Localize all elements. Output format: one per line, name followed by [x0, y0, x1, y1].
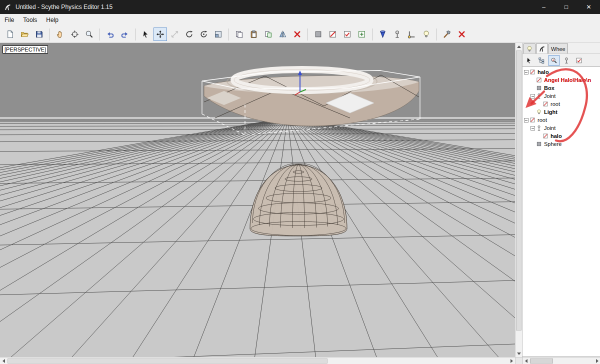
tree-node-halo[interactable]: halo [522, 68, 600, 76]
cursor-icon [526, 57, 532, 64]
open-button[interactable] [18, 28, 32, 41]
hierarchy-tool-button[interactable] [536, 55, 547, 66]
panel-scroll-left-button[interactable] [522, 358, 530, 364]
paste-button[interactable] [247, 28, 260, 41]
move-button[interactable] [154, 28, 167, 41]
joints-tool-button[interactable] [561, 55, 572, 66]
menu-item-tools[interactable]: Tools [18, 14, 42, 26]
redo-icon [120, 30, 129, 38]
delete-button[interactable] [290, 28, 304, 41]
tree-node-angel-halo-halo-n[interactable]: Angel Halo\Halo\n [522, 76, 600, 84]
clone-button[interactable] [262, 28, 275, 41]
expander-icon[interactable] [524, 70, 528, 74]
snap-button[interactable] [212, 28, 225, 41]
rotate-free-button[interactable] [182, 28, 196, 41]
panel-scrollbar-thumb[interactable] [530, 358, 553, 364]
viewport-canvas[interactable] [0, 43, 515, 357]
scroll-right-icon [596, 359, 598, 363]
window-title: Untitled - Scythe Physics Editor 1.15 [16, 4, 112, 10]
floppy-icon [35, 30, 44, 38]
add-joint-axis-button[interactable] [405, 28, 418, 41]
tree-node-label: Joint [544, 125, 556, 131]
focus-camera-button[interactable] [68, 28, 82, 41]
meshes-tool-button[interactable] [574, 55, 584, 66]
build-button[interactable] [440, 28, 454, 41]
expander-icon[interactable] [530, 94, 535, 98]
mirror-button[interactable] [276, 28, 290, 41]
remove-button[interactable] [455, 28, 468, 41]
tree-node-halo[interactable]: halo [522, 132, 600, 140]
scene-tree[interactable]: haloAngel Halo\Halo\nBoxJointrootLightro… [522, 66, 600, 357]
vertical-scrollbar-thumb[interactable] [516, 50, 522, 330]
add-joint-button[interactable] [390, 28, 404, 41]
zoom-icon [85, 30, 94, 38]
copy-button[interactable] [232, 28, 246, 41]
add-collision-button[interactable] [340, 28, 354, 41]
hand-icon [56, 30, 64, 38]
panel-tabs: Whee [522, 43, 600, 54]
horizontal-scrollbar-thumb[interactable] [8, 358, 328, 364]
tab-lights[interactable] [524, 44, 536, 54]
tree-node-joint[interactable]: Joint [522, 92, 600, 100]
viewport-3d[interactable]: [PERSPECTIVE] [0, 43, 515, 357]
scene-panel: Whee haloAngel Halo\Halo\nBoxJointrootLi… [522, 43, 600, 364]
square-icon [536, 85, 542, 91]
joint-icon [563, 57, 570, 64]
scroll-down-button[interactable] [516, 350, 522, 357]
add-light-button[interactable] [420, 28, 433, 41]
add-box-button[interactable] [312, 28, 325, 41]
snap-icon [214, 30, 222, 38]
cursor-icon [142, 30, 150, 38]
tree-node-root[interactable]: root [522, 116, 600, 124]
redo-button[interactable] [118, 28, 132, 41]
tree-node-label: Light [544, 109, 558, 115]
add-cone-button[interactable] [376, 28, 390, 41]
scroll-left-button[interactable] [0, 358, 7, 364]
menu-item-file[interactable]: File [0, 14, 18, 26]
viewport-mode-label: [PERSPECTIVE] [2, 46, 48, 54]
move-icon [156, 30, 164, 38]
save-button[interactable] [32, 28, 46, 41]
panel-horizontal-scrollbar[interactable] [522, 357, 600, 364]
square-check-icon [343, 30, 352, 38]
expander-icon[interactable] [530, 126, 535, 130]
tree-node-box[interactable]: Box [522, 84, 600, 92]
toolbar-separator [135, 28, 136, 40]
rotate-button[interactable] [197, 28, 210, 41]
toolbar-separator [50, 28, 50, 40]
wrenchmag-icon [550, 57, 558, 64]
app-icon [4, 4, 12, 11]
add-node-button[interactable] [355, 28, 368, 41]
menu-item-help[interactable]: Help [42, 14, 63, 26]
scrollbar-corner [515, 357, 522, 364]
square-red-icon [530, 69, 536, 75]
new-button[interactable] [4, 28, 17, 41]
minimize-button[interactable]: – [532, 0, 555, 14]
vertical-scrollbar[interactable] [515, 43, 522, 357]
scroll-up-icon [517, 46, 521, 48]
zoom-button[interactable] [82, 28, 96, 41]
tree-node-joint[interactable]: Joint [522, 124, 600, 132]
undo-button[interactable] [104, 28, 117, 41]
expander-icon[interactable] [524, 118, 528, 122]
add-mesh-button[interactable] [326, 28, 340, 41]
select-tool-button[interactable] [524, 55, 534, 66]
scroll-right-button[interactable] [508, 358, 515, 364]
tree-node-root[interactable]: root [522, 100, 600, 108]
scroll-up-button[interactable] [516, 43, 522, 50]
horizontal-scrollbar[interactable] [0, 357, 515, 364]
tree-node-light[interactable]: Light [522, 108, 600, 116]
scroll-left-icon [525, 359, 528, 363]
pan-button[interactable] [54, 28, 67, 41]
inspect-tool-button[interactable] [548, 55, 560, 66]
tree-node-sphere[interactable]: Sphere [522, 140, 600, 148]
close-button[interactable]: ✕ [578, 0, 600, 14]
panel-scroll-right-button[interactable] [594, 358, 600, 364]
tab-wheel[interactable]: Whee [548, 44, 568, 54]
maximize-button[interactable]: □ [555, 0, 578, 14]
tree-node-label: Angel Halo\Halo\n [544, 77, 591, 83]
tab-scene[interactable] [536, 44, 548, 54]
tree-node-label: halo [538, 69, 549, 75]
undo-icon [106, 30, 114, 38]
select-button[interactable] [139, 28, 152, 41]
